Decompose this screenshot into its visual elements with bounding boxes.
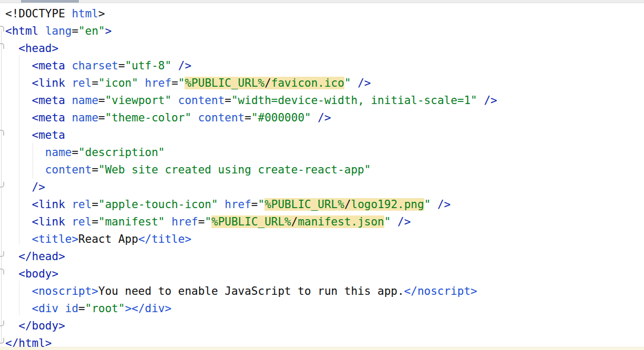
fold-marker-start-icon[interactable] (0, 269, 4, 274)
code-line[interactable]: <title>React App</title> (5, 231, 497, 248)
code-line[interactable]: <!DOCTYPE html> (5, 5, 497, 23)
fold-marker-end-icon[interactable] (0, 182, 4, 188)
bottom-panel-edge (0, 347, 644, 350)
code-line[interactable]: </body> (5, 317, 497, 335)
horizontal-scrollbar-thumb[interactable] (21, 0, 79, 3)
code-line[interactable]: content="Web site created using create-r… (5, 161, 497, 179)
code-line[interactable]: <html lang="en"> (5, 23, 497, 40)
code-line[interactable]: <meta (5, 127, 497, 144)
code-line[interactable]: <link rel="icon" href="%PUBLIC_URL%/favi… (5, 75, 497, 92)
code-line[interactable]: name="description" (5, 144, 497, 161)
horizontal-scrollbar-track[interactable] (0, 0, 644, 3)
code-editor[interactable]: <!DOCTYPE html><html lang="en"> <head> <… (5, 5, 497, 350)
code-line[interactable]: <div id="root"></div> (5, 300, 497, 317)
fold-marker-end-icon[interactable] (0, 251, 4, 257)
fold-marker-end-icon[interactable] (0, 321, 4, 326)
code-line[interactable]: </head> (5, 248, 497, 265)
fold-marker-start-icon[interactable] (0, 26, 4, 32)
code-line[interactable]: <head> (5, 40, 497, 57)
code-line[interactable]: /> (5, 179, 497, 196)
code-line[interactable]: <link rel="apple-touch-icon" href="%PUBL… (5, 196, 497, 213)
code-line[interactable]: <meta charset="utf-8" /> (5, 57, 497, 75)
code-line[interactable]: <link rel="manifest" href="%PUBLIC_URL%/… (5, 213, 497, 231)
code-line[interactable]: <body> (5, 265, 497, 283)
code-line[interactable]: <meta name="theme-color" content="#00000… (5, 109, 497, 127)
code-line[interactable]: <meta name="viewport" content="width=dev… (5, 92, 497, 109)
fold-marker-end-icon[interactable] (0, 338, 4, 344)
code-line[interactable]: <noscript>You need to enable JavaScript … (5, 283, 497, 300)
fold-marker-start-icon[interactable] (0, 43, 4, 49)
fold-marker-start-icon[interactable] (0, 130, 4, 136)
